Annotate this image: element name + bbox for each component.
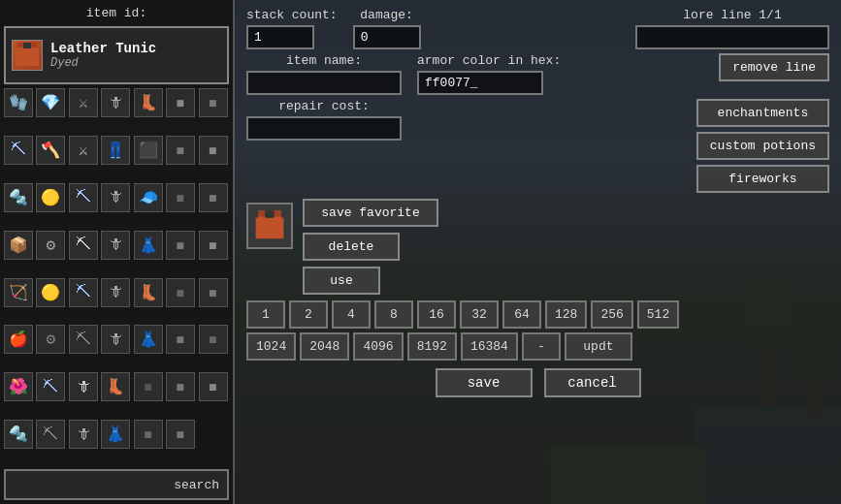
item-name-group: item name: — [246, 53, 402, 95]
grid-item[interactable]: ⛏ — [69, 325, 98, 354]
grid-item[interactable]: ◾ — [199, 183, 228, 212]
main-panel: item id: Leather Tunic Dyed 🧤💎⚔🗡👢◾◾⛏🪓⚔� — [0, 0, 841, 504]
repair-cost-label: repair cost: — [246, 99, 402, 113]
grid-item[interactable]: ◾ — [134, 372, 163, 401]
grid-item[interactable]: ◾ — [166, 420, 195, 449]
armor-color-group: armor color in hex: — [417, 53, 561, 95]
svg-rect-14 — [256, 218, 284, 239]
armor-color-input[interactable] — [417, 71, 543, 95]
item-name-input[interactable] — [246, 71, 402, 95]
grid-item[interactable]: ⛏ — [69, 278, 98, 307]
grid-item[interactable]: 🗡 — [101, 231, 130, 260]
count-button[interactable]: 256 — [591, 300, 632, 329]
cancel-button[interactable]: cancel — [544, 368, 641, 397]
count-button[interactable]: - — [522, 332, 561, 361]
grid-item[interactable]: ⚙ — [36, 325, 65, 354]
count-button[interactable]: 32 — [460, 300, 499, 329]
item-name-label: item name: — [246, 53, 402, 68]
grid-item[interactable]: 🗡 — [101, 183, 130, 212]
count-button[interactable]: 2 — [289, 300, 328, 329]
grid-item[interactable]: ⚙ — [36, 231, 65, 260]
grid-item[interactable]: 🗡 — [69, 420, 98, 449]
count-button[interactable]: 64 — [502, 300, 541, 329]
custom-potions-button[interactable]: custom potions — [696, 132, 829, 160]
delete-button[interactable]: delete — [303, 233, 400, 261]
grid-item[interactable]: ⛏ — [69, 231, 98, 260]
stack-count-input[interactable] — [246, 25, 314, 49]
grid-item[interactable]: ◾ — [166, 183, 195, 212]
grid-item[interactable]: ⛏ — [36, 372, 65, 401]
grid-item[interactable]: 💎 — [36, 88, 65, 117]
grid-item[interactable]: 👢 — [134, 88, 163, 117]
grid-item[interactable]: 🪓 — [36, 136, 65, 165]
grid-item[interactable]: 🟡 — [36, 278, 65, 307]
save-button[interactable]: save — [436, 368, 533, 397]
grid-item[interactable]: 🔩 — [4, 183, 33, 212]
count-button[interactable]: 128 — [545, 300, 587, 329]
grid-item[interactable]: ◾ — [166, 136, 195, 165]
enchantments-button[interactable]: enchantments — [696, 99, 829, 127]
count-button[interactable]: updt — [565, 332, 632, 361]
count-button[interactable]: 4 — [332, 300, 371, 329]
grid-item[interactable]: 🗡 — [101, 278, 130, 307]
grid-item[interactable]: 🗡 — [69, 372, 98, 401]
count-button[interactable]: 8192 — [407, 332, 457, 361]
grid-item[interactable]: ◾ — [166, 372, 195, 401]
remove-line-button[interactable]: remove line — [719, 53, 829, 81]
count-button[interactable]: 1 — [246, 300, 285, 329]
selected-item: Leather Tunic Dyed — [4, 26, 229, 84]
search-bar: search — [4, 469, 229, 500]
grid-item[interactable]: ◾ — [166, 325, 195, 354]
count-button[interactable]: 4096 — [353, 332, 403, 361]
grid-item[interactable]: 👗 — [134, 325, 163, 354]
count-button[interactable]: 8 — [374, 300, 413, 329]
grid-item[interactable]: ⚔ — [69, 136, 98, 165]
grid-item[interactable]: ◾ — [199, 231, 228, 260]
use-button[interactable]: use — [303, 267, 380, 295]
grid-item[interactable]: 🍎 — [4, 325, 33, 354]
count-button[interactable]: 16384 — [461, 332, 518, 361]
grid-item[interactable]: ⛏ — [36, 420, 65, 449]
count-button[interactable]: 16 — [417, 300, 456, 329]
count-button[interactable]: 2048 — [300, 332, 349, 361]
grid-item[interactable]: ⛏ — [4, 136, 33, 165]
count-row-2: 102420484096819216384-updt — [246, 332, 829, 361]
grid-item[interactable]: 🧤 — [4, 88, 33, 117]
count-button[interactable]: 512 — [637, 300, 679, 329]
grid-item[interactable]: 👗 — [101, 420, 130, 449]
grid-item[interactable]: 🗡 — [101, 88, 130, 117]
grid-item[interactable]: ◾ — [166, 231, 195, 260]
search-label: search — [174, 478, 219, 492]
grid-item[interactable]: ◾ — [166, 88, 195, 117]
save-favorite-button[interactable]: save favorite — [303, 199, 438, 227]
grid-item[interactable]: 👗 — [134, 231, 163, 260]
grid-item[interactable]: 🏹 — [4, 278, 33, 307]
fireworks-button[interactable]: fireworks — [696, 165, 829, 193]
damage-input[interactable] — [353, 25, 421, 49]
grid-item[interactable]: ⬛ — [134, 136, 163, 165]
grid-item[interactable]: 👢 — [101, 372, 130, 401]
grid-item[interactable]: 📦 — [4, 231, 33, 260]
grid-item[interactable]: 🟡 — [36, 183, 65, 212]
bottom-row: save cancel — [246, 368, 829, 397]
grid-item[interactable]: ◾ — [199, 278, 228, 307]
grid-item[interactable]: ◾ — [199, 325, 228, 354]
grid-item[interactable]: ◾ — [199, 88, 228, 117]
search-input[interactable] — [14, 478, 174, 492]
repair-cost-input[interactable] — [246, 116, 402, 141]
action-buttons: save favorite delete use — [303, 199, 438, 295]
grid-item[interactable]: 🗡 — [101, 325, 130, 354]
grid-item[interactable]: ◾ — [199, 136, 228, 165]
grid-item[interactable]: 👖 — [101, 136, 130, 165]
count-button[interactable]: 1024 — [246, 332, 296, 361]
lore-input[interactable] — [635, 25, 829, 49]
grid-item[interactable]: 🌺 — [4, 372, 33, 401]
grid-item[interactable]: ◾ — [134, 420, 163, 449]
grid-item[interactable]: 🧢 — [134, 183, 163, 212]
grid-item[interactable]: ◾ — [199, 372, 228, 401]
grid-item[interactable]: 🔩 — [4, 420, 33, 449]
grid-item[interactable]: ⚔ — [69, 88, 98, 117]
grid-item[interactable]: ◾ — [166, 278, 195, 307]
grid-item[interactable]: ⛏ — [69, 183, 98, 212]
grid-item[interactable]: 👢 — [134, 278, 163, 307]
